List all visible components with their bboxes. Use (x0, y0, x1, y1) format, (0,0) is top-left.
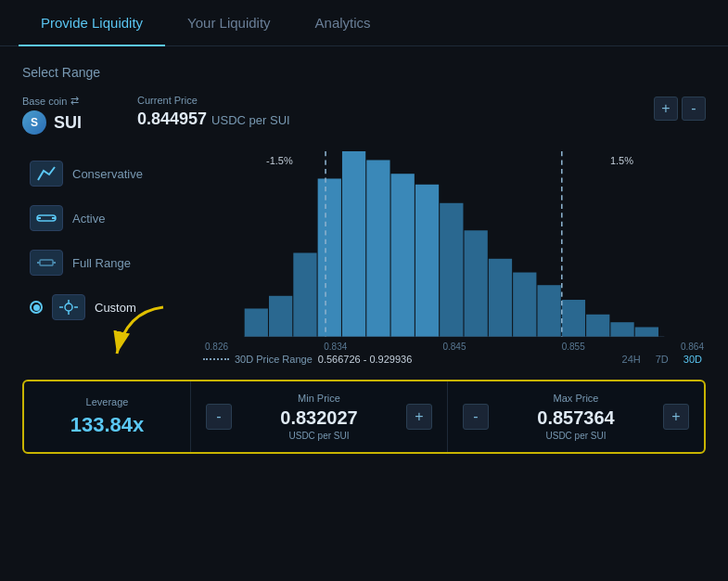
svg-rect-12 (293, 252, 316, 337)
min-price-decrement-button[interactable]: - (206, 404, 232, 430)
max-price-box: - Max Price 0.857364 USDC per SUI + (448, 381, 704, 452)
current-price-value: 0.844957 USDC per SUI (137, 110, 290, 129)
max-price-info: Max Price 0.857364 USDC per SUI (498, 393, 654, 441)
svg-rect-16 (391, 174, 415, 337)
left-marker-label: -1.5% (266, 155, 293, 166)
strategy-conservative[interactable]: Conservative (22, 151, 185, 196)
leverage-value: 133.84x (70, 413, 145, 437)
min-price-increment-button[interactable]: + (406, 404, 432, 430)
strategy-active[interactable]: Active (22, 196, 185, 240)
svg-point-5 (65, 303, 72, 311)
custom-radio-inner (33, 304, 40, 311)
max-price-increment-button[interactable]: + (663, 404, 689, 430)
min-price-value: 0.832027 (241, 407, 397, 429)
svg-rect-14 (342, 151, 365, 337)
base-coin-label: Base coin ⇄ (22, 95, 82, 107)
svg-rect-15 (366, 160, 390, 337)
strategy-full-range[interactable]: Full Range (22, 240, 185, 285)
range-value: 0.566726 - 0.929936 (318, 354, 413, 365)
tab-provide-liquidity[interactable]: Provide Liquidity (19, 0, 165, 45)
price-range-text: 30D Price Range 0.566726 - 0.929936 (203, 354, 412, 365)
strategy-list: Conservative Active (22, 151, 185, 367)
svg-rect-20 (489, 259, 512, 337)
strategy-custom[interactable]: Custom (22, 285, 185, 329)
max-price-decrement-button[interactable]: - (463, 404, 489, 430)
dotted-line-icon (203, 358, 229, 360)
chart-svg (203, 151, 706, 337)
svg-rect-13 (318, 178, 341, 337)
full-range-icon (30, 250, 63, 276)
tab-your-liquidity[interactable]: Your Liquidity (165, 0, 293, 45)
active-strategy-icon (30, 205, 63, 231)
full-range-label: Full Range (72, 256, 131, 270)
max-price-value: 0.857364 (498, 407, 654, 429)
max-price-unit: USDC per SUI (498, 431, 654, 441)
current-price-unit: USDC per SUI (211, 113, 290, 127)
leverage-label: Leverage (86, 396, 129, 407)
main-content: Select Range Base coin ⇄ S SUI Current P… (0, 46, 728, 472)
current-price-label: Current Price (137, 95, 290, 106)
svg-rect-23 (562, 300, 585, 337)
time-filter-7d[interactable]: 7D (652, 352, 672, 367)
svg-rect-25 (610, 322, 633, 337)
chart-labels: 0.826 0.834 0.845 0.855 0.864 (203, 342, 706, 352)
svg-rect-22 (537, 285, 560, 337)
svg-rect-26 (635, 327, 658, 337)
time-filter-24h[interactable]: 24H (619, 352, 645, 367)
svg-rect-17 (415, 185, 439, 337)
min-price-box: - Min Price 0.832027 USDC per SUI + (191, 381, 448, 452)
time-filter-30d[interactable]: 30D (680, 352, 706, 367)
time-filters: 24H 7D 30D (619, 352, 706, 367)
svg-rect-18 (440, 203, 463, 337)
conservative-icon (30, 161, 63, 187)
leverage-box: Leverage 133.84x (24, 381, 191, 452)
chart-container: -1.5% 1.5% (203, 151, 706, 346)
zoom-controls: + - (654, 95, 706, 121)
svg-rect-24 (586, 315, 609, 337)
svg-rect-4 (40, 260, 53, 265)
bottom-panel: Leverage 133.84x - Min Price 0.832027 US… (22, 380, 706, 454)
tab-bar: Provide Liquidity Your Liquidity Analyti… (0, 0, 728, 46)
coin-name: S SUI (22, 110, 82, 135)
price-range-row: 30D Price Range 0.566726 - 0.929936 24H … (203, 352, 706, 367)
custom-radio (30, 301, 43, 314)
range-layout: Conservative Active (22, 151, 706, 367)
section-title: Select Range (22, 65, 706, 80)
right-marker-label: 1.5% (610, 155, 633, 166)
zoom-in-button[interactable]: + (654, 97, 678, 121)
bottom-panel-wrapper: Leverage 133.84x - Min Price 0.832027 US… (22, 380, 706, 454)
coin-icon: S (22, 110, 46, 135)
zoom-out-button[interactable]: - (682, 97, 706, 121)
svg-rect-11 (269, 296, 292, 337)
svg-rect-21 (513, 273, 536, 337)
active-label: Active (72, 212, 105, 226)
swap-icon[interactable]: ⇄ (70, 95, 79, 107)
current-price-section: Current Price 0.844957 USDC per SUI (137, 95, 290, 129)
min-price-info: Min Price 0.832027 USDC per SUI (241, 393, 397, 441)
custom-icon (52, 294, 85, 320)
custom-label: Custom (95, 301, 136, 315)
base-coin-section: Base coin ⇄ S SUI (22, 95, 82, 135)
min-price-label: Min Price (241, 393, 397, 404)
coin-row: Base coin ⇄ S SUI Current Price 0.844957… (22, 95, 706, 135)
chart-area: -1.5% 1.5% (203, 151, 706, 367)
conservative-label: Conservative (72, 167, 143, 181)
min-price-unit: USDC per SUI (241, 431, 397, 441)
svg-rect-10 (245, 308, 268, 337)
max-price-label: Max Price (498, 393, 654, 404)
tab-analytics[interactable]: Analytics (293, 0, 393, 45)
svg-rect-19 (465, 230, 488, 337)
